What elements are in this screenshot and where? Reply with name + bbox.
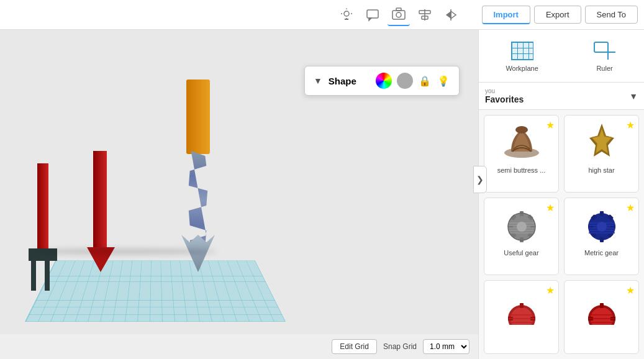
import-button[interactable]: Import — [482, 6, 530, 24]
favorites-bar: you Favorites ▼ — [479, 83, 644, 110]
shape-card-semi-buttress[interactable]: ★ semi buttress ... — [484, 115, 559, 193]
star-badge-bottom-right: ★ — [626, 284, 635, 296]
metric-gear-thumb — [580, 203, 624, 247]
star-badge-metric-gear: ★ — [626, 202, 635, 214]
svg-rect-26 — [520, 211, 524, 216]
canvas-area[interactable]: ▼ Shape 🔒 💡 Edit Grid Snap Grid 1.0 mm 0… — [0, 30, 478, 359]
ruler-icon — [592, 40, 617, 62]
export-button[interactable]: Export — [534, 6, 581, 24]
favorites-group: you Favorites — [485, 88, 524, 104]
color-wheel-icon[interactable] — [376, 73, 392, 89]
workplane-icon — [510, 40, 535, 62]
panel-toggle-button[interactable]: ❯ — [473, 166, 487, 193]
comment-icon[interactable] — [361, 4, 384, 26]
shape-panel-title: Shape — [329, 76, 370, 86]
grid-floor — [25, 261, 286, 322]
shape-panel: ▼ Shape 🔒 💡 — [304, 66, 460, 96]
high-star-label: high star — [588, 166, 614, 174]
svg-rect-66 — [600, 303, 604, 308]
edit-grid-button[interactable]: Edit Grid — [332, 339, 377, 354]
shape-leg-2 — [45, 253, 50, 291]
lock-icon[interactable]: 🔒 — [418, 74, 432, 88]
semi-buttress-thumb — [500, 120, 543, 164]
ruler-label: Ruler — [596, 65, 612, 72]
visibility-icon[interactable]: 💡 — [437, 74, 450, 88]
semi-buttress-label: semi buttress ... — [497, 166, 546, 174]
bottom-right-thumb — [577, 286, 627, 335]
high-star-thumb — [580, 120, 624, 164]
shape-grid: ★ semi buttress ... ★ — [479, 110, 644, 359]
bottom-bar: Edit Grid Snap Grid 1.0 mm 0.5 mm 0.1 mm — [0, 334, 478, 359]
shape-card-bottom-left[interactable]: ★ — [484, 280, 559, 354]
panel-toggle-icon: ❯ — [476, 175, 484, 184]
favorites-label: Favorites — [485, 94, 524, 104]
toolbar: Import Export Send To — [0, 0, 644, 30]
svg-rect-43 — [600, 237, 604, 242]
svg-rect-7 — [392, 11, 405, 19]
bottom-left-thumb — [497, 286, 546, 335]
shape-red-stick-1 — [37, 163, 48, 250]
workplane-tool[interactable]: Workplane — [498, 36, 545, 76]
star-badge-high-star: ★ — [626, 119, 635, 131]
solid-color-icon[interactable] — [397, 73, 413, 89]
ruler-tool[interactable]: Ruler — [585, 36, 625, 76]
svg-point-40 — [517, 222, 527, 232]
mirror-icon[interactable] — [440, 4, 462, 26]
star-badge-useful-gear: ★ — [546, 202, 555, 214]
svg-point-9 — [396, 12, 401, 17]
metric-gear-label: Metric gear — [584, 249, 619, 257]
light-icon[interactable] — [335, 4, 358, 26]
favorites-dropdown-arrow[interactable]: ▼ — [629, 91, 638, 101]
svg-rect-5 — [367, 10, 378, 18]
workplane-label: Workplane — [506, 65, 538, 72]
shape-panel-icons: 🔒 💡 — [376, 73, 450, 89]
shape-panel-arrow[interactable]: ▼ — [314, 76, 322, 86]
sidebar-tools: Workplane Ruler — [479, 30, 644, 83]
star-badge-bottom-left: ★ — [546, 284, 555, 296]
svg-marker-6 — [369, 18, 371, 20]
svg-point-20 — [515, 126, 528, 134]
shape-leg-1 — [31, 253, 36, 291]
shape-card-metric-gear[interactable]: ★ — [564, 198, 639, 275]
svg-marker-15 — [451, 11, 456, 19]
svg-rect-58 — [520, 303, 524, 308]
useful-gear-thumb — [500, 203, 543, 247]
svg-rect-27 — [520, 237, 524, 242]
favorites-you: you — [485, 88, 524, 94]
svg-rect-8 — [396, 8, 401, 11]
useful-gear-label: Useful gear — [504, 249, 538, 257]
svg-point-0 — [344, 11, 349, 16]
svg-rect-16 — [594, 42, 608, 52]
send-to-button[interactable]: Send To — [585, 6, 638, 24]
shape-card-useful-gear[interactable]: ★ — [484, 198, 559, 275]
shape-handle — [186, 80, 210, 154]
snap-grid-label: Snap Grid — [383, 342, 417, 351]
svg-marker-14 — [446, 11, 451, 19]
shape-card-high-star[interactable]: ★ high star — [564, 115, 639, 193]
canvas-shadow — [31, 248, 217, 255]
align-icon[interactable] — [414, 4, 436, 26]
snap-grid-select[interactable]: 1.0 mm 0.5 mm 0.1 mm — [423, 339, 469, 354]
star-badge-semi-buttress: ★ — [546, 119, 555, 131]
right-sidebar: Workplane Ruler you Favorites ▼ ★ — [478, 30, 644, 359]
shape-card-bottom-right[interactable]: ★ — [564, 280, 639, 354]
svg-point-55 — [597, 222, 607, 232]
svg-rect-42 — [600, 211, 604, 216]
shape-red-stick-2 — [93, 151, 107, 250]
camera-icon[interactable] — [388, 4, 410, 26]
